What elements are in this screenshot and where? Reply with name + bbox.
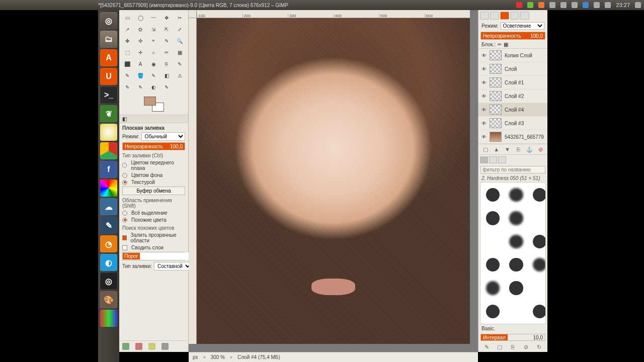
tray-mail-icon[interactable]	[594, 2, 600, 8]
layer-visibility-icon[interactable]: 👁	[481, 121, 487, 126]
layer-visibility-icon[interactable]: 👁	[481, 107, 487, 113]
brush-item[interactable]	[505, 230, 527, 253]
brush-item[interactable]	[481, 300, 504, 323]
duplicate-layer-button[interactable]: ⎘	[515, 146, 522, 153]
layer-visibility-icon[interactable]: 👁	[481, 53, 487, 58]
affect-all-radio[interactable]: Всё выделение	[122, 210, 185, 216]
brush-item[interactable]	[481, 207, 504, 229]
dock-tab[interactable]	[520, 12, 529, 20]
layer-row[interactable]: 👁Копия Слой	[478, 49, 547, 62]
tool-9[interactable]: ⤢	[174, 24, 186, 35]
tool-25[interactable]: ✎	[121, 70, 133, 81]
layer-visibility-icon[interactable]: 👁	[481, 94, 487, 99]
lock-alpha-icon[interactable]: ▦	[504, 42, 508, 47]
launcher-gimp[interactable]: 🎨	[100, 291, 117, 308]
tool-31[interactable]: ✎	[134, 81, 146, 93]
launcher-app-blue[interactable]: ◐	[100, 254, 117, 271]
patterns-tab[interactable]	[489, 156, 497, 163]
brush-item[interactable]	[505, 300, 527, 323]
delete-brush-button[interactable]: ⊘	[523, 343, 530, 350]
dock-tab[interactable]	[480, 12, 489, 20]
layer-visibility-icon[interactable]: 👁	[481, 80, 487, 85]
tool-3[interactable]: ✥	[160, 12, 173, 23]
dock-tab-layers[interactable]	[500, 12, 509, 20]
tool-10[interactable]: ✥	[121, 35, 133, 46]
gradients-tab[interactable]	[498, 156, 506, 163]
layer-name[interactable]: Слой	[505, 66, 544, 72]
launcher-blender[interactable]: ◔	[100, 235, 117, 252]
new-layer-button[interactable]: ▢	[482, 146, 489, 153]
launcher-app-a[interactable]: A	[100, 49, 117, 66]
brush-item[interactable]	[505, 277, 527, 299]
brush-item[interactable]	[505, 184, 527, 206]
launcher-dash[interactable]: ◎	[100, 12, 117, 29]
layer-visibility-icon[interactable]: 👁	[481, 66, 487, 72]
brush-item[interactable]	[528, 230, 546, 253]
tray-icon[interactable]	[549, 2, 555, 8]
brush-item[interactable]	[505, 253, 527, 276]
tray-icon[interactable]	[560, 2, 567, 8]
fillby-select[interactable]: Составной	[154, 262, 192, 270]
launcher-disc[interactable]	[100, 124, 117, 141]
footer-icon[interactable]	[148, 343, 155, 350]
launcher-spiral[interactable]: ◎	[100, 273, 117, 290]
brush-item[interactable]	[528, 253, 546, 276]
tool-26[interactable]: 🪣	[134, 70, 146, 81]
launcher-leaf[interactable]: ❦	[100, 105, 117, 122]
tray-icon[interactable]	[583, 2, 589, 8]
tray-icon[interactable]	[572, 2, 578, 8]
layer-row[interactable]: 👁Слой #4	[478, 103, 547, 117]
anchor-layer-button[interactable]: ⚓	[526, 146, 533, 153]
tool-13[interactable]: ✎	[160, 35, 173, 46]
launcher-files[interactable]: 🗂	[100, 31, 117, 48]
layer-visibility-icon[interactable]: 👁	[481, 134, 487, 140]
brushes-tab[interactable]	[480, 156, 488, 163]
tool-4[interactable]: ✂	[174, 12, 186, 23]
clock[interactable]: 23:27	[616, 2, 630, 8]
tool-7[interactable]: ⇲	[147, 24, 159, 35]
brush-item[interactable]	[528, 207, 546, 229]
brush-item[interactable]	[528, 184, 546, 206]
layer-name[interactable]: Слой #2	[505, 94, 544, 99]
launcher-palette[interactable]	[100, 310, 117, 327]
tool-24[interactable]: ✎	[174, 58, 186, 69]
brush-item[interactable]	[481, 230, 504, 253]
launcher-facebook[interactable]: f	[100, 161, 117, 178]
dock-tab[interactable]	[510, 12, 519, 20]
launcher-chrome[interactable]	[100, 142, 117, 159]
tray-sound-icon[interactable]	[605, 2, 611, 8]
footer-icon[interactable]	[162, 343, 169, 350]
launcher-terminal[interactable]: >_	[100, 86, 117, 104]
tool-29[interactable]: ⚠	[174, 70, 186, 81]
new-brush-button[interactable]: ▢	[496, 343, 503, 350]
tool-5[interactable]: ↗	[121, 24, 133, 35]
tool-0[interactable]: ▭	[121, 12, 133, 23]
unit-selector[interactable]: px	[193, 354, 198, 360]
tool-12[interactable]: ⌖	[147, 35, 159, 46]
tool-32[interactable]: ◐	[147, 81, 159, 93]
sample-merged-check[interactable]: Сводить слои	[122, 245, 185, 250]
fill-pattern-radio[interactable]: Текстурой	[122, 179, 185, 185]
brush-item[interactable]	[505, 207, 527, 229]
tool-18[interactable]: ✏	[160, 47, 173, 58]
layer-row[interactable]: 👁5432671_665779	[478, 130, 547, 144]
tool-23[interactable]: ⎘	[160, 58, 173, 69]
tool-14[interactable]: 🔍	[174, 35, 186, 46]
tool-21[interactable]: A	[134, 58, 146, 69]
opacity-slider[interactable]: Непрозрачность 100,0	[122, 142, 185, 150]
layer-row[interactable]: 👁Слой #1	[478, 76, 547, 89]
pattern-button[interactable]: Буфер обмена	[122, 187, 185, 195]
duplicate-brush-button[interactable]: ⎘	[509, 343, 516, 350]
layer-mode-select[interactable]: Осветление	[501, 22, 544, 30]
layer-name[interactable]: Слой #1	[505, 80, 544, 85]
layer-name[interactable]: Слой #4	[505, 107, 544, 113]
launcher-ubuntu-one[interactable]: U	[100, 68, 117, 85]
launcher-editor[interactable]: ✎	[100, 217, 117, 234]
brush-item[interactable]	[481, 253, 504, 276]
brush-item[interactable]	[528, 277, 546, 299]
fill-fg-radio[interactable]: Цветом переднего плана	[122, 160, 185, 171]
tray-icon[interactable]	[527, 2, 533, 8]
fill-transparent-check[interactable]: Залить прозрачные области	[122, 232, 185, 243]
tool-1[interactable]: ◯	[134, 12, 146, 23]
brush-item[interactable]	[481, 277, 504, 299]
